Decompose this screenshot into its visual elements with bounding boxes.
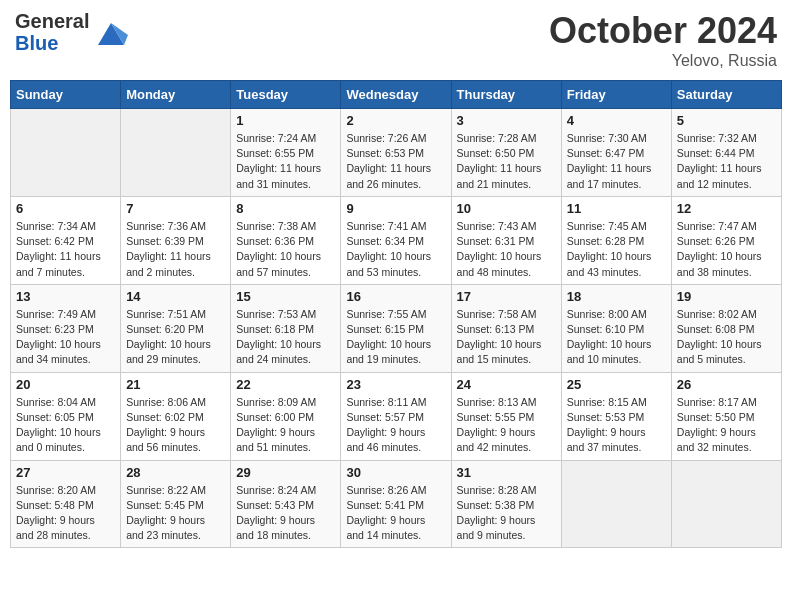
calendar-cell: 28Sunrise: 8:22 AMSunset: 5:45 PMDayligh… [121, 460, 231, 548]
weekday-header: Friday [561, 81, 671, 109]
day-number: 10 [457, 201, 556, 216]
day-detail: Sunrise: 8:00 AMSunset: 6:10 PMDaylight:… [567, 307, 666, 368]
day-detail: Sunrise: 8:02 AMSunset: 6:08 PMDaylight:… [677, 307, 776, 368]
day-number: 27 [16, 465, 115, 480]
weekday-header: Thursday [451, 81, 561, 109]
calendar-week-row: 1Sunrise: 7:24 AMSunset: 6:55 PMDaylight… [11, 109, 782, 197]
day-number: 31 [457, 465, 556, 480]
calendar-cell: 15Sunrise: 7:53 AMSunset: 6:18 PMDayligh… [231, 284, 341, 372]
day-detail: Sunrise: 7:55 AMSunset: 6:15 PMDaylight:… [346, 307, 445, 368]
day-number: 3 [457, 113, 556, 128]
day-detail: Sunrise: 8:04 AMSunset: 6:05 PMDaylight:… [16, 395, 115, 456]
day-number: 22 [236, 377, 335, 392]
day-detail: Sunrise: 7:51 AMSunset: 6:20 PMDaylight:… [126, 307, 225, 368]
day-number: 15 [236, 289, 335, 304]
calendar-cell: 7Sunrise: 7:36 AMSunset: 6:39 PMDaylight… [121, 196, 231, 284]
day-number: 14 [126, 289, 225, 304]
day-number: 4 [567, 113, 666, 128]
calendar-cell: 2Sunrise: 7:26 AMSunset: 6:53 PMDaylight… [341, 109, 451, 197]
day-detail: Sunrise: 7:28 AMSunset: 6:50 PMDaylight:… [457, 131, 556, 192]
calendar-cell: 20Sunrise: 8:04 AMSunset: 6:05 PMDayligh… [11, 372, 121, 460]
calendar-week-row: 6Sunrise: 7:34 AMSunset: 6:42 PMDaylight… [11, 196, 782, 284]
logo-line2: Blue [15, 32, 58, 54]
weekday-header: Tuesday [231, 81, 341, 109]
calendar-cell: 9Sunrise: 7:41 AMSunset: 6:34 PMDaylight… [341, 196, 451, 284]
calendar-cell: 27Sunrise: 8:20 AMSunset: 5:48 PMDayligh… [11, 460, 121, 548]
day-number: 2 [346, 113, 445, 128]
calendar-cell: 6Sunrise: 7:34 AMSunset: 6:42 PMDaylight… [11, 196, 121, 284]
day-number: 21 [126, 377, 225, 392]
calendar-cell: 30Sunrise: 8:26 AMSunset: 5:41 PMDayligh… [341, 460, 451, 548]
day-detail: Sunrise: 8:24 AMSunset: 5:43 PMDaylight:… [236, 483, 335, 544]
day-number: 25 [567, 377, 666, 392]
day-number: 23 [346, 377, 445, 392]
calendar-cell [11, 109, 121, 197]
calendar-week-row: 27Sunrise: 8:20 AMSunset: 5:48 PMDayligh… [11, 460, 782, 548]
day-number: 12 [677, 201, 776, 216]
page-header: General Blue October 2024 Yelovo, Russia [10, 10, 782, 70]
logo: General Blue [15, 10, 128, 54]
calendar-cell: 21Sunrise: 8:06 AMSunset: 6:02 PMDayligh… [121, 372, 231, 460]
day-detail: Sunrise: 8:17 AMSunset: 5:50 PMDaylight:… [677, 395, 776, 456]
day-number: 19 [677, 289, 776, 304]
day-detail: Sunrise: 7:53 AMSunset: 6:18 PMDaylight:… [236, 307, 335, 368]
main-title: October 2024 [549, 10, 777, 52]
day-detail: Sunrise: 8:22 AMSunset: 5:45 PMDaylight:… [126, 483, 225, 544]
day-number: 7 [126, 201, 225, 216]
calendar-cell: 3Sunrise: 7:28 AMSunset: 6:50 PMDaylight… [451, 109, 561, 197]
day-detail: Sunrise: 8:15 AMSunset: 5:53 PMDaylight:… [567, 395, 666, 456]
day-detail: Sunrise: 7:30 AMSunset: 6:47 PMDaylight:… [567, 131, 666, 192]
calendar-cell: 12Sunrise: 7:47 AMSunset: 6:26 PMDayligh… [671, 196, 781, 284]
calendar-cell: 14Sunrise: 7:51 AMSunset: 6:20 PMDayligh… [121, 284, 231, 372]
day-number: 11 [567, 201, 666, 216]
day-detail: Sunrise: 7:36 AMSunset: 6:39 PMDaylight:… [126, 219, 225, 280]
calendar-cell: 18Sunrise: 8:00 AMSunset: 6:10 PMDayligh… [561, 284, 671, 372]
logo-line1: General [15, 10, 89, 32]
day-detail: Sunrise: 7:49 AMSunset: 6:23 PMDaylight:… [16, 307, 115, 368]
title-block: October 2024 Yelovo, Russia [549, 10, 777, 70]
day-detail: Sunrise: 7:43 AMSunset: 6:31 PMDaylight:… [457, 219, 556, 280]
day-detail: Sunrise: 8:13 AMSunset: 5:55 PMDaylight:… [457, 395, 556, 456]
day-number: 18 [567, 289, 666, 304]
logo-icon [93, 15, 128, 50]
day-detail: Sunrise: 7:26 AMSunset: 6:53 PMDaylight:… [346, 131, 445, 192]
day-number: 6 [16, 201, 115, 216]
calendar-header-row: SundayMondayTuesdayWednesdayThursdayFrid… [11, 81, 782, 109]
calendar-cell [121, 109, 231, 197]
calendar-cell: 24Sunrise: 8:13 AMSunset: 5:55 PMDayligh… [451, 372, 561, 460]
day-detail: Sunrise: 7:41 AMSunset: 6:34 PMDaylight:… [346, 219, 445, 280]
day-number: 26 [677, 377, 776, 392]
weekday-header: Sunday [11, 81, 121, 109]
calendar-cell: 25Sunrise: 8:15 AMSunset: 5:53 PMDayligh… [561, 372, 671, 460]
calendar-cell: 17Sunrise: 7:58 AMSunset: 6:13 PMDayligh… [451, 284, 561, 372]
calendar-table: SundayMondayTuesdayWednesdayThursdayFrid… [10, 80, 782, 548]
day-number: 5 [677, 113, 776, 128]
day-number: 17 [457, 289, 556, 304]
day-number: 1 [236, 113, 335, 128]
calendar-week-row: 13Sunrise: 7:49 AMSunset: 6:23 PMDayligh… [11, 284, 782, 372]
calendar-cell [671, 460, 781, 548]
calendar-cell: 29Sunrise: 8:24 AMSunset: 5:43 PMDayligh… [231, 460, 341, 548]
weekday-header: Saturday [671, 81, 781, 109]
day-detail: Sunrise: 8:06 AMSunset: 6:02 PMDaylight:… [126, 395, 225, 456]
day-detail: Sunrise: 8:09 AMSunset: 6:00 PMDaylight:… [236, 395, 335, 456]
sub-title: Yelovo, Russia [549, 52, 777, 70]
day-detail: Sunrise: 7:38 AMSunset: 6:36 PMDaylight:… [236, 219, 335, 280]
day-detail: Sunrise: 7:58 AMSunset: 6:13 PMDaylight:… [457, 307, 556, 368]
day-detail: Sunrise: 7:47 AMSunset: 6:26 PMDaylight:… [677, 219, 776, 280]
day-detail: Sunrise: 7:32 AMSunset: 6:44 PMDaylight:… [677, 131, 776, 192]
day-number: 28 [126, 465, 225, 480]
calendar-cell: 1Sunrise: 7:24 AMSunset: 6:55 PMDaylight… [231, 109, 341, 197]
day-detail: Sunrise: 8:20 AMSunset: 5:48 PMDaylight:… [16, 483, 115, 544]
day-number: 24 [457, 377, 556, 392]
calendar-cell [561, 460, 671, 548]
calendar-cell: 26Sunrise: 8:17 AMSunset: 5:50 PMDayligh… [671, 372, 781, 460]
calendar-cell: 19Sunrise: 8:02 AMSunset: 6:08 PMDayligh… [671, 284, 781, 372]
calendar-cell: 8Sunrise: 7:38 AMSunset: 6:36 PMDaylight… [231, 196, 341, 284]
day-detail: Sunrise: 8:26 AMSunset: 5:41 PMDaylight:… [346, 483, 445, 544]
calendar-cell: 11Sunrise: 7:45 AMSunset: 6:28 PMDayligh… [561, 196, 671, 284]
day-number: 8 [236, 201, 335, 216]
day-detail: Sunrise: 8:11 AMSunset: 5:57 PMDaylight:… [346, 395, 445, 456]
day-detail: Sunrise: 7:34 AMSunset: 6:42 PMDaylight:… [16, 219, 115, 280]
calendar-cell: 23Sunrise: 8:11 AMSunset: 5:57 PMDayligh… [341, 372, 451, 460]
